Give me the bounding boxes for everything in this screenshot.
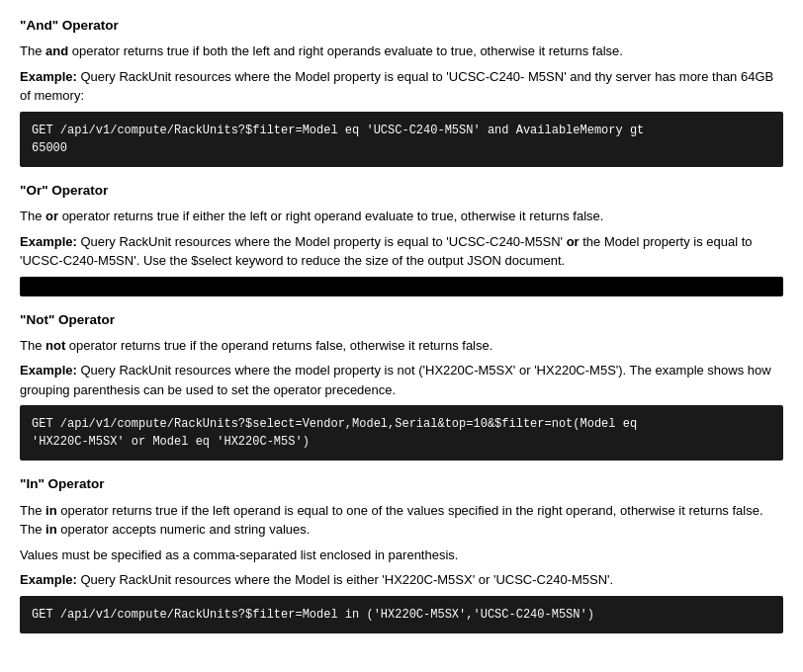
and-operator-section: "And" Operator The and operator returns … bbox=[20, 16, 783, 167]
or-operator-description: The or operator returns true if either t… bbox=[20, 207, 783, 226]
not-operator-description: The not operator returns true if the ope… bbox=[20, 336, 783, 356]
and-operator-code: GET /api/v1/compute/RackUnits?$filter=Mo… bbox=[20, 112, 783, 167]
in-operator-title: "In" Operator bbox=[20, 474, 783, 494]
or-operator-code bbox=[20, 277, 783, 296]
in-operator-description1: The in operator returns true if the left… bbox=[20, 501, 783, 540]
and-operator-title: "And" Operator bbox=[20, 16, 783, 36]
in-operator-code: GET /api/v1/compute/RackUnits?$filter=Mo… bbox=[20, 596, 783, 633]
not-operator-example: Example: Query RackUnit resources where … bbox=[20, 361, 783, 399]
or-operator-title: "Or" Operator bbox=[20, 181, 783, 201]
not-operator-section: "Not" Operator The not operator returns … bbox=[20, 310, 783, 462]
and-operator-example: Example: Query RackUnit resources where … bbox=[20, 67, 783, 106]
in-operator-description2: Values must be specified as a comma-sepa… bbox=[20, 546, 783, 565]
or-operator-example: Example: Query RackUnit resources where … bbox=[20, 232, 783, 271]
not-operator-title: "Not" Operator bbox=[20, 310, 783, 330]
in-operator-section: "In" Operator The in operator returns tr… bbox=[20, 474, 783, 632]
and-operator-description: The and operator returns true if both th… bbox=[20, 42, 783, 61]
in-operator-example: Example: Query RackUnit resources where … bbox=[20, 570, 783, 590]
or-operator-section: "Or" Operator The or operator returns tr… bbox=[20, 181, 783, 296]
not-operator-code: GET /api/v1/compute/RackUnits?$select=Ve… bbox=[20, 405, 783, 461]
